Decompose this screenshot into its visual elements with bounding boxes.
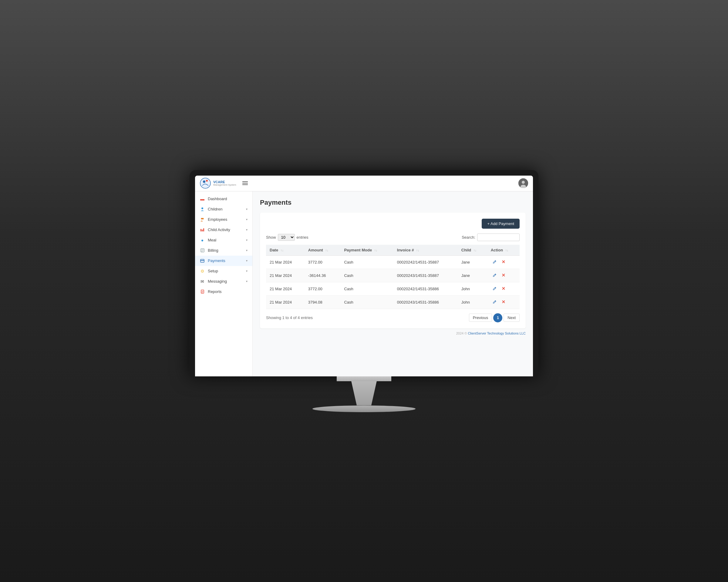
sidebar-item-payments[interactable]: Payments ▾: [195, 256, 252, 266]
hamburger-menu[interactable]: [242, 181, 248, 185]
delete-button-0[interactable]: [500, 259, 508, 266]
col-action: Action ↑↓: [487, 245, 520, 256]
sidebar-item-setup[interactable]: ⚙ Setup ▾: [195, 266, 252, 276]
logo-title: VCARE: [213, 180, 236, 184]
table-row: 21 Mar 2024 3794.08 Cash 00020243/14531-…: [266, 295, 520, 309]
logo-text: VCARE Management System: [213, 180, 236, 187]
edit-button-3[interactable]: [491, 299, 499, 306]
cell-invoice-0: 00020242/14531-35887: [393, 255, 458, 269]
sort-amount-icon: ↑↓: [326, 249, 329, 252]
search-label: Search:: [462, 235, 475, 240]
sidebar-label-messaging: Messaging: [208, 279, 227, 284]
cell-date-3: 21 Mar 2024: [266, 295, 305, 309]
cell-amount-1: -36144.36: [305, 269, 341, 282]
cell-mode-1: Cash: [340, 269, 393, 282]
footer-link[interactable]: ClientServer Technology Solutions LLC: [468, 332, 526, 335]
cell-child-3: John: [458, 295, 487, 309]
cell-action-2: [487, 282, 520, 295]
sidebar-item-reports[interactable]: Reports: [195, 287, 252, 297]
svg-rect-17: [201, 260, 204, 261]
table-controls: Show 10 25 50 100 entries: [266, 234, 520, 241]
footer: 2024 © ClientServer Technology Solutions…: [260, 328, 526, 336]
cell-date-2: 21 Mar 2024: [266, 282, 305, 295]
cell-amount-0: 3772.00: [305, 255, 341, 269]
edit-button-2[interactable]: [491, 285, 499, 292]
show-label: Show: [266, 235, 276, 240]
page-title: Payments: [260, 199, 526, 207]
sidebar-label-employees: Employees: [208, 217, 227, 222]
cell-action-0: [487, 255, 520, 269]
pagination: Previous 1 Next: [469, 313, 520, 322]
sort-date-icon: ↑↓: [281, 249, 284, 252]
cell-date-0: 21 Mar 2024: [266, 255, 305, 269]
sidebar-label-child-activity: Child Activity: [208, 228, 230, 232]
card-top: + Add Payment: [266, 219, 520, 229]
sidebar-label-meal: Meal: [208, 238, 216, 242]
table-header-row: Date ↑↓ Amount ↑↓ Payment Mode ↑↓ Invoic…: [266, 245, 520, 256]
table-row: 21 Mar 2024 3772.00 Cash 00020242/14531-…: [266, 255, 520, 269]
payments-table: Date ↑↓ Amount ↑↓ Payment Mode ↑↓ Invoic…: [266, 245, 520, 309]
sidebar-item-children[interactable]: Children ▾: [195, 204, 252, 214]
setup-icon: ⚙: [200, 269, 205, 273]
cell-mode-2: Cash: [340, 282, 393, 295]
col-date[interactable]: Date ↑↓: [266, 245, 305, 256]
delete-button-3[interactable]: [500, 299, 508, 306]
col-payment-mode[interactable]: Payment Mode ↑↓: [340, 245, 393, 256]
child-activity-icon: [200, 228, 205, 232]
table-footer: Showing 1 to 4 of 4 entries Previous 1 N…: [266, 313, 520, 322]
next-button[interactable]: Next: [503, 314, 520, 322]
sidebar-item-messaging[interactable]: ✉ Messaging ▾: [195, 276, 252, 287]
previous-button[interactable]: Previous: [469, 314, 492, 322]
sidebar-item-meal[interactable]: ● Meal ▾: [195, 235, 252, 245]
cell-amount-2: 3772.00: [305, 282, 341, 295]
cell-date-1: 21 Mar 2024: [266, 269, 305, 282]
payments-icon: [200, 258, 205, 263]
cell-child-1: Jane: [458, 269, 487, 282]
edit-button-0[interactable]: [491, 259, 499, 266]
billing-icon: [200, 248, 205, 253]
cell-mode-0: Cash: [340, 255, 393, 269]
sidebar-label-payments: Payments: [208, 258, 225, 263]
edit-button-1[interactable]: [491, 272, 499, 279]
sidebar-label-dashboard: Dashboard: [208, 196, 227, 201]
chevron-setup: ▾: [246, 269, 248, 273]
chevron-messaging: ▾: [246, 280, 248, 283]
chevron-meal: ▾: [246, 238, 248, 242]
monitor-stand-top: [337, 376, 391, 381]
reports-icon: [200, 289, 205, 294]
add-payment-button[interactable]: + Add Payment: [482, 219, 520, 229]
monitor-stand-neck: [346, 381, 382, 405]
sidebar-item-employees[interactable]: Employees ▾: [195, 214, 252, 225]
cell-action-3: [487, 295, 520, 309]
sidebar-label-billing: Billing: [208, 248, 218, 253]
sidebar-item-child-activity[interactable]: Child Activity ▾: [195, 225, 252, 235]
entries-select[interactable]: 10 25 50 100: [278, 234, 295, 241]
sidebar-item-dashboard[interactable]: ▬ Dashboard: [195, 194, 252, 204]
top-bar: VCARE Management System: [195, 176, 533, 191]
col-amount[interactable]: Amount ↑↓: [305, 245, 341, 256]
col-invoice[interactable]: Invoice # ↑↓: [393, 245, 458, 256]
search-input[interactable]: [477, 234, 520, 241]
sort-mode-icon: ↑↓: [374, 249, 378, 252]
svg-point-8: [202, 218, 204, 219]
showing-text: Showing 1 to 4 of 4 entries: [266, 315, 313, 320]
monitor-stand-base: [312, 405, 416, 412]
svg-point-1: [203, 181, 205, 183]
svg-point-2: [206, 180, 208, 182]
logo-subtitle: Management System: [213, 184, 236, 187]
delete-button-2[interactable]: [500, 285, 508, 292]
chevron-employees: ▾: [246, 218, 248, 221]
cell-invoice-2: 00020242/14531-35886: [393, 282, 458, 295]
chevron-payments: ▾: [246, 259, 248, 262]
cell-invoice-3: 00020243/14531-35886: [393, 295, 458, 309]
logo-area: VCARE Management System: [200, 178, 248, 189]
delete-button-1[interactable]: [500, 272, 508, 279]
col-child[interactable]: Child ↑↓: [458, 245, 487, 256]
employees-icon: [200, 217, 205, 222]
chevron-child-activity: ▾: [246, 228, 248, 231]
user-avatar[interactable]: [518, 178, 528, 188]
current-page[interactable]: 1: [493, 313, 502, 322]
sort-invoice-icon: ↑↓: [416, 249, 419, 252]
sidebar-item-billing[interactable]: Billing ▾: [195, 245, 252, 256]
entries-label: entries: [297, 235, 309, 240]
